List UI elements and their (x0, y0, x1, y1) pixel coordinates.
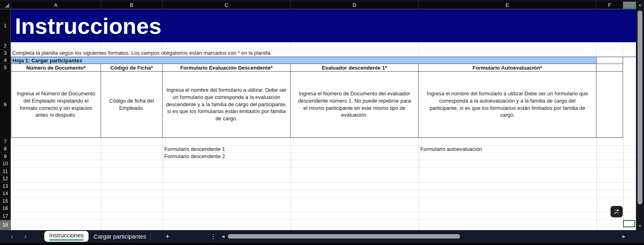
page-title: Instrucciones (11, 13, 161, 39)
gridline-b-c (163, 138, 163, 230)
sheet-row-2 (11, 42, 636, 49)
grid-lower-rows[interactable]: Formulario descendente 1 Formulario desc… (11, 138, 636, 230)
desc-codigo-ficha[interactable]: Código de ficha del Empleado. (101, 72, 163, 138)
cell-g3[interactable] (623, 49, 636, 56)
cell-f3[interactable] (597, 49, 623, 56)
sheet-tab-bar: ‹ › Instrucciones Cargar participantes +… (0, 230, 644, 243)
horizontal-scrollbar-thumb[interactable] (228, 234, 460, 239)
row-header-17[interactable]: 17 (0, 212, 10, 220)
cell-g4[interactable] (623, 57, 636, 64)
column-header-c[interactable]: C (163, 2, 291, 9)
desc-numero-documento[interactable]: Ingresa el Número de Documento del Emple… (11, 72, 101, 138)
sheet-row-5-table-headers: Número de Documento* Código de Ficha* Fo… (11, 64, 636, 72)
vertical-scrollbar-thumb[interactable] (638, 10, 642, 204)
row-header-6[interactable]: 6 (0, 72, 10, 138)
desc-formulario-autoevaluacion[interactable]: Ingresa el nombre del formulario a utili… (419, 72, 597, 138)
row-header-11[interactable]: 11 (0, 168, 10, 175)
next-sheet-icon[interactable]: › (20, 230, 31, 243)
column-header-g-selected[interactable] (623, 2, 636, 9)
cell-f5[interactable] (597, 64, 623, 72)
desc-formulario-descendente[interactable]: Ingresa el nombre del formulario a utili… (163, 72, 291, 138)
vertical-scrollbar[interactable]: ▲ ▼ (636, 2, 644, 230)
header-formulario-autoevaluacion[interactable]: Formulario Autoevaluación* (419, 64, 597, 72)
scroll-up-icon[interactable]: ▲ (636, 2, 644, 8)
row-header-9[interactable]: 9 (0, 153, 10, 161)
row-header-18-selected[interactable]: 18 (0, 220, 10, 231)
row-header-1[interactable]: 1 (0, 9, 10, 42)
cell-c8-value[interactable]: Formulario descendente 1 (164, 146, 225, 153)
gridline-e-f (597, 138, 597, 230)
cell-e3[interactable] (419, 49, 597, 56)
row-header-column: 1 2 3 4 5 6 7 8 9 10 11 12 13 14 15 16 1… (0, 9, 11, 230)
cell-e8-value[interactable]: Formulario autoevaluación (420, 146, 482, 153)
header-codigo-ficha[interactable]: Código de Ficha* (101, 64, 163, 72)
row-header-13[interactable]: 13 (0, 183, 10, 190)
column-header-f[interactable]: F (597, 2, 623, 9)
tab-instrucciones[interactable]: Instrucciones (44, 231, 89, 242)
row-header-12[interactable]: 12 (0, 175, 10, 183)
cell-c2[interactable] (163, 42, 291, 49)
row-header-3[interactable]: 3 (0, 49, 10, 57)
cell-d2[interactable] (291, 42, 419, 49)
sheet-menu-kebab-icon[interactable]: ⋮ (208, 230, 219, 243)
cell-a1-title-banner[interactable]: Instrucciones (11, 9, 636, 42)
cell-g6[interactable] (623, 72, 636, 138)
cell-a4-section-header[interactable]: Hoja 1: Cargar participantes (11, 57, 597, 64)
cell-b2[interactable] (101, 42, 163, 49)
row-header-7[interactable]: 7 (0, 138, 10, 146)
active-tab-underline (49, 239, 84, 241)
sheet-row-4: Hoja 1: Cargar participantes (11, 57, 636, 64)
gridline-c-d (291, 138, 291, 230)
add-sheet-button[interactable]: + (160, 230, 175, 243)
header-evaluador-descendente[interactable]: Evaluador descendente 1* (291, 64, 419, 72)
header-formulario-descendente[interactable]: Formulario Evaluación Descendente* (163, 64, 291, 72)
gridline-d-e (419, 138, 419, 230)
column-header-a[interactable]: A (11, 2, 101, 9)
row-header-15[interactable]: 15 (0, 198, 10, 205)
select-all-triangle-icon (5, 3, 9, 8)
window-bottom-strip (0, 243, 644, 245)
select-all-button[interactable] (0, 2, 11, 9)
row-header-16[interactable]: 16 (0, 205, 10, 213)
row-header-8[interactable]: 8 (0, 146, 10, 153)
cell-e2[interactable] (419, 42, 597, 49)
gridline-a-b (101, 138, 101, 230)
row-header-5[interactable]: 5 (0, 64, 10, 72)
cell-g5[interactable] (623, 64, 636, 72)
selected-cell-g18[interactable] (623, 220, 635, 227)
sheet-row-6-descriptions: Ingresa el Número de Documento del Emple… (11, 72, 636, 138)
hscroll-right-icon[interactable]: ▶ (621, 230, 627, 243)
ai-sparkle-button[interactable] (611, 206, 623, 217)
sheet-row-3: Completa la planilla según los siguiente… (11, 49, 636, 57)
prev-sheet-icon[interactable]: ‹ (7, 230, 17, 243)
hscroll-left-icon[interactable]: ◀ (220, 230, 226, 243)
cell-f6[interactable] (597, 72, 623, 138)
column-header-bar: A B C D E F (0, 2, 636, 9)
column-header-d[interactable]: D (291, 2, 419, 9)
cell-a2[interactable] (11, 42, 101, 49)
cell-f4[interactable] (597, 57, 623, 64)
cell-g2[interactable] (623, 42, 636, 49)
row-header-14[interactable]: 14 (0, 190, 10, 198)
row-header-2[interactable]: 2 (0, 42, 10, 49)
column-header-b[interactable]: B (101, 2, 163, 9)
gridline-f-g (623, 138, 623, 230)
scroll-down-icon[interactable]: ▼ (636, 223, 644, 229)
tab-cargar-participantes[interactable]: Cargar participantes (92, 230, 148, 243)
spreadsheet-app: A B C D E F 1 2 3 4 5 6 7 8 9 10 11 12 1… (0, 0, 644, 245)
tab-separator (151, 233, 151, 240)
cell-c9-value[interactable]: Formulario descendente 2 (164, 153, 225, 161)
desc-evaluador-descendente[interactable]: Ingresa el Número de Documento del evalu… (291, 72, 419, 138)
row-header-4[interactable]: 4 (0, 57, 10, 64)
cell-a3-intro[interactable]: Completa la planilla según los siguiente… (11, 49, 419, 56)
cell-f2[interactable] (597, 42, 623, 49)
row-header-10[interactable]: 10 (0, 161, 10, 168)
sparkle-icon (613, 208, 620, 215)
column-header-e[interactable]: E (419, 2, 597, 9)
header-numero-documento[interactable]: Número de Documento* (11, 64, 101, 72)
